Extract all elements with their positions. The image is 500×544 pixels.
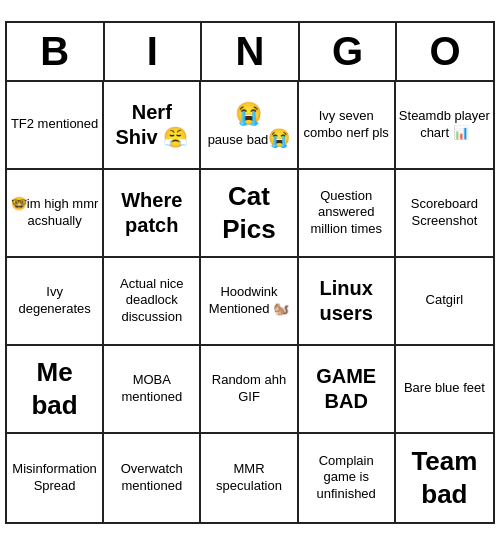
bingo-cell-r1c2[interactable]: Cat Pics xyxy=(201,170,298,258)
bingo-cell-r1c3[interactable]: Question answered million times xyxy=(299,170,396,258)
bingo-cell-r0c1[interactable]: NerfShiv 😤 xyxy=(104,82,201,170)
bingo-header: B I N G O xyxy=(7,23,493,82)
bingo-cell-r3c1[interactable]: MOBA mentioned xyxy=(104,346,201,434)
bingo-cell-r0c2[interactable]: 😭pause bad😭 xyxy=(201,82,298,170)
header-o: O xyxy=(397,23,493,80)
bingo-cell-r3c0[interactable]: Me bad xyxy=(7,346,104,434)
bingo-cell-r4c0[interactable]: Misinformation Spread xyxy=(7,434,104,522)
header-b: B xyxy=(7,23,105,80)
bingo-cell-r4c1[interactable]: Overwatch mentioned xyxy=(104,434,201,522)
bingo-card: B I N G O TF2 mentionedNerfShiv 😤😭pause … xyxy=(5,21,495,524)
bingo-cell-r1c0[interactable]: 🤓im high mmr acshually xyxy=(7,170,104,258)
bingo-cell-r0c0[interactable]: TF2 mentioned xyxy=(7,82,104,170)
bingo-cell-r2c4[interactable]: Catgirl xyxy=(396,258,493,346)
header-g: G xyxy=(300,23,398,80)
bingo-cell-r1c4[interactable]: Scoreboard Screenshot xyxy=(396,170,493,258)
bingo-cell-r3c4[interactable]: Bare blue feet xyxy=(396,346,493,434)
bingo-cell-r2c2[interactable]: Hoodwink Mentioned 🐿️ xyxy=(201,258,298,346)
bingo-cell-r2c0[interactable]: Ivy degenerates xyxy=(7,258,104,346)
bingo-cell-r0c3[interactable]: Ivy seven combo nerf pls xyxy=(299,82,396,170)
bingo-cell-r3c2[interactable]: Random ahh GIF xyxy=(201,346,298,434)
bingo-cell-r0c4[interactable]: Steamdb player chart 📊 xyxy=(396,82,493,170)
bingo-grid: TF2 mentionedNerfShiv 😤😭pause bad😭Ivy se… xyxy=(7,82,493,522)
bingo-cell-r2c3[interactable]: Linux users xyxy=(299,258,396,346)
bingo-cell-r3c3[interactable]: GAME BAD xyxy=(299,346,396,434)
bingo-cell-r4c2[interactable]: MMR speculation xyxy=(201,434,298,522)
bingo-cell-r4c3[interactable]: Complain game is unfinished xyxy=(299,434,396,522)
header-i: I xyxy=(105,23,203,80)
bingo-cell-r4c4[interactable]: Team bad xyxy=(396,434,493,522)
bingo-cell-r2c1[interactable]: Actual nice deadlock discussion xyxy=(104,258,201,346)
bingo-cell-r1c1[interactable]: Where patch xyxy=(104,170,201,258)
header-n: N xyxy=(202,23,300,80)
